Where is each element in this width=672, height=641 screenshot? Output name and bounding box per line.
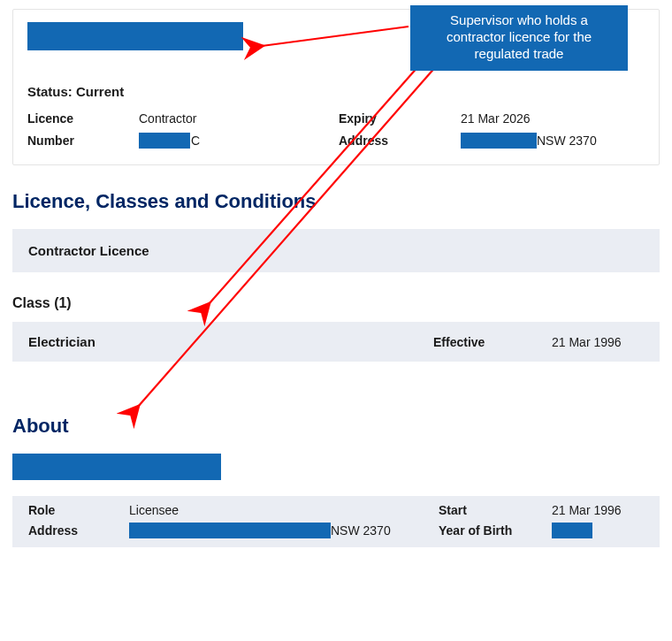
yob-label: Year of Birth	[439, 523, 552, 538]
section-heading-licence-classes: Licence, Classes and Conditions	[12, 190, 660, 213]
expiry-value: 21 Mar 2026	[461, 111, 645, 126]
status-line: Status: Current	[27, 84, 645, 99]
number-label: Number	[27, 134, 139, 148]
address-label: Address	[339, 134, 461, 148]
licence-label: Licence	[27, 111, 139, 126]
status-value: Current	[76, 84, 124, 99]
about-address-redacted	[129, 523, 331, 538]
address-redacted	[461, 133, 537, 149]
licence-number-redacted	[139, 133, 190, 149]
number-value-wrap: C	[139, 133, 339, 149]
band-class-row: Electrician Effective 21 Mar 1996	[12, 322, 660, 362]
address-suffix: NSW 2370	[537, 134, 597, 148]
about-name-redacted	[12, 454, 221, 480]
start-value: 21 Mar 1996	[552, 503, 644, 517]
class-subheading: Class (1)	[12, 295, 660, 311]
status-label: Status:	[27, 84, 73, 99]
yob-redacted	[552, 523, 592, 538]
licensee-name-redacted	[27, 22, 243, 50]
annotation-callout-text: Supervisor who holds a contractor licenc…	[447, 12, 592, 61]
about-rows: Role Licensee Start 21 Mar 1996 Address …	[12, 496, 660, 547]
start-label: Start	[439, 503, 552, 517]
band-contractor-licence: Contractor Licence	[12, 229, 660, 272]
effective-label: Effective	[433, 335, 552, 349]
yob-value	[552, 523, 644, 538]
about-address-suffix: NSW 2370	[331, 523, 391, 538]
licence-number-suffix: C	[191, 134, 200, 148]
role-label: Role	[28, 503, 129, 517]
class-name: Electrician	[28, 334, 433, 349]
about-address-value: NSW 2370	[129, 523, 439, 538]
section-heading-about: About	[12, 415, 660, 438]
about-address-label: Address	[28, 523, 129, 538]
annotation-callout: Supervisor who holds a contractor licenc…	[410, 5, 628, 71]
about-block: Role Licensee Start 21 Mar 1996 Address …	[12, 454, 660, 547]
licence-value: Contractor	[139, 111, 339, 126]
address-value-wrap: NSW 2370	[461, 133, 645, 149]
effective-value: 21 Mar 1996	[552, 335, 644, 349]
expiry-label: Expiry	[339, 111, 461, 126]
role-value: Licensee	[129, 503, 439, 517]
